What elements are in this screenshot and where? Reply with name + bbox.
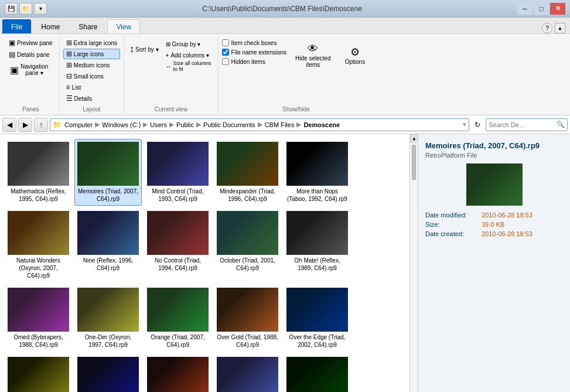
close-button[interactable]: ✕	[550, 3, 565, 15]
file-thumbnail	[147, 288, 209, 332]
file-item[interactable]: Orange (Triad, 2007, C64).rp9	[144, 285, 211, 352]
medium-icons-icon: ⊞	[66, 61, 72, 69]
file-item[interactable]: Memoires (Triad, 2007, C64).rp9	[74, 139, 142, 206]
info-size-row: Size: 39.0 KB	[425, 221, 563, 228]
options-btn[interactable]: ⚙ Options	[340, 38, 370, 73]
file-label: Orange (Triad, 2007, C64).rp9	[147, 333, 209, 349]
list-view-btn[interactable]: ≡ List	[63, 82, 120, 93]
search-box[interactable]: 🔍	[486, 118, 568, 131]
ribbon-view-content: ▣ Preview pane ▤ Details pane ▣ Navigati…	[0, 34, 570, 115]
file-label: Over Gold (Triad, 1988, C64).rp9	[217, 333, 278, 349]
file-item[interactable]: Over Gold (Triad, 1988, C64).rp9	[214, 285, 281, 352]
item-checkboxes-row[interactable]: Item check boxes	[222, 39, 287, 47]
preview-pane-btn[interactable]: ▣ Preview pane	[6, 38, 56, 48]
file-item[interactable]: Poisonous Injection (Triad, 2008, C64).r…	[74, 354, 142, 392]
small-icons-btn[interactable]: ⊟ Small icons	[63, 71, 120, 81]
info-metadata: Date modified: 2010-06-28 18:53 Size: 39…	[425, 212, 563, 237]
file-thumbnail	[217, 211, 278, 255]
file-item[interactable]: Mindexpander (Triad, 1996, C64).rp9	[214, 139, 281, 206]
details-view-btn[interactable]: ☰ Details	[63, 93, 120, 104]
sort-by-btn[interactable]: ↕ Sort by ▾	[128, 38, 160, 61]
breadcrumb-publicdocs[interactable]: Public Documents	[202, 121, 257, 129]
group-by-btn[interactable]: ⊞ Group by ▾	[163, 39, 214, 49]
tab-file[interactable]: File	[2, 19, 31, 33]
collapse-ribbon-btn[interactable]: ▲	[555, 23, 565, 33]
tab-view[interactable]: View	[107, 19, 140, 33]
info-size-val: 39.0 KB	[482, 221, 504, 228]
back-button[interactable]: ◀	[2, 118, 16, 132]
medium-icons-btn[interactable]: ⊞ Medium icons	[63, 60, 120, 70]
info-date-modified-label: Date modified:	[425, 212, 478, 219]
show-hide-buttons: Item check boxes File name extensions Hi…	[222, 36, 371, 105]
file-label: Mathematica (Reflex, 1995, C64).rp9	[8, 188, 69, 203]
show-hide-group-label: Show/hide	[222, 105, 371, 113]
address-bar: ◀ ▶ ↑ 📁 Computer ▶ Windows (C:) ▶ Users …	[0, 115, 570, 134]
file-item[interactable]: One-Der (Oxyron, 1997, C64).rp9	[74, 285, 142, 352]
info-date-modified-val: 2010-06-28 18:53	[482, 212, 533, 219]
file-item[interactable]: Over the Edge (Triad, 2002, C64).rp9	[284, 285, 351, 352]
file-label: More than Nops (Taboo, 1992, C64).rp9	[286, 188, 348, 203]
refresh-button[interactable]: ↻	[471, 118, 484, 131]
panes-group-label: Panes	[6, 105, 56, 113]
ribbon-group-current-view: ↕ Sort by ▾ ⊞ Group by ▾ + Add columns ▾	[124, 35, 219, 114]
hide-selected-btn[interactable]: 👁 Hide selected items	[290, 38, 336, 73]
extra-large-icons-btn[interactable]: ⊞ Extra large icons	[63, 38, 120, 48]
scroll-thumb[interactable]	[412, 145, 416, 180]
up-button[interactable]: ↑	[34, 118, 48, 132]
hidden-items-row[interactable]: Hidden items	[222, 57, 287, 66]
file-item[interactable]: Row4-item1	[214, 354, 281, 392]
item-checkboxes-check[interactable]	[222, 39, 229, 46]
forward-button[interactable]: ▶	[18, 118, 32, 132]
file-item[interactable]: More than Nops (Taboo, 1992, C64).rp9	[284, 139, 351, 206]
details-pane-btn[interactable]: ▤ Details pane	[6, 49, 56, 60]
file-thumbnail	[8, 288, 69, 332]
navigation-pane-btn[interactable]: ▣ Navigation pane ▾	[6, 61, 56, 79]
minimize-button[interactable]: ─	[517, 3, 533, 15]
large-icons-btn[interactable]: ⊞ Large icons	[63, 49, 120, 59]
search-icon[interactable]: 🔍	[557, 121, 565, 128]
file-grid[interactable]: Mathematica (Reflex, 1995, C64).rp9Memoi…	[0, 134, 409, 392]
file-item[interactable]: Oh Mate! (Reflex, 1989, C64).rp9	[284, 208, 351, 282]
tab-share[interactable]: Share	[70, 19, 106, 33]
file-item[interactable]: Mathematica (Reflex, 1995, C64).rp9	[5, 139, 72, 206]
file-item[interactable]: Nine (Reflex, 1996, C64).rp9	[74, 208, 142, 282]
breadcrumb-cbmfiles[interactable]: CBM Files	[263, 121, 296, 129]
path-dropdown-arrow[interactable]: ▾	[463, 121, 466, 128]
quick-folder-btn[interactable]: 📁	[19, 3, 32, 15]
search-input[interactable]	[489, 121, 557, 128]
address-path[interactable]: 📁 Computer ▶ Windows (C:) ▶ Users ▶ Publ…	[50, 118, 469, 131]
file-item[interactable]: Mind Control (Triad, 1993, C64).rp9	[144, 139, 211, 206]
file-label: One-Der (Oxyron, 1997, C64).rp9	[77, 333, 139, 349]
main-content: Mathematica (Reflex, 1995, C64).rp9Memoi…	[0, 134, 570, 392]
hidden-items-check[interactable]	[222, 58, 229, 65]
file-item[interactable]: Row4-item2	[284, 354, 351, 392]
add-columns-btn[interactable]: + Add columns ▾	[163, 50, 214, 60]
file-item[interactable]: October (Triad, 2001, C64).rp9	[214, 208, 281, 282]
breadcrumb-drive[interactable]: Windows (C:)	[100, 121, 142, 129]
scrollbar[interactable]: ▲ ▼	[409, 134, 418, 392]
extra-large-icon: ⊞	[66, 39, 72, 47]
quick-dropdown-btn[interactable]: ▾	[34, 3, 47, 15]
file-item[interactable]: Place in the Space (Taboo, 1992, C64).rp…	[5, 354, 72, 392]
quick-save-btn[interactable]: 💾	[5, 3, 18, 15]
details-view-icon: ☰	[66, 94, 73, 103]
breadcrumb-public[interactable]: Public	[175, 121, 196, 129]
breadcrumb-computer[interactable]: Computer	[63, 121, 94, 129]
file-item[interactable]: Pravda (Triad, 1990, C64).rp9	[144, 354, 211, 392]
help-btn[interactable]: ?	[542, 23, 552, 33]
breadcrumb-demoscene[interactable]: Demoscene	[302, 121, 342, 129]
file-name-ext-check[interactable]	[222, 49, 229, 56]
file-item[interactable]: Omed (Byterapers, 1988, C64).rp9	[5, 285, 72, 352]
scroll-up-arrow[interactable]: ▲	[410, 134, 418, 142]
file-name-ext-row[interactable]: File name extensions	[222, 48, 287, 56]
breadcrumb-users[interactable]: Users	[148, 121, 169, 129]
file-label: Nine (Reflex, 1996, C64).rp9	[77, 257, 139, 272]
maximize-button[interactable]: □	[534, 3, 549, 15]
file-item[interactable]: Natural Wonders (Oxyron, 2007, C64).rp9	[5, 208, 72, 282]
file-item[interactable]: No Control (Triad, 1994, C64).rp9	[144, 208, 211, 282]
size-all-columns-btn[interactable]: ↔ Size all columns to fit	[163, 61, 214, 71]
checkboxes-area: Item check boxes File name extensions Hi…	[222, 38, 287, 66]
add-columns-icon: +	[166, 52, 169, 59]
file-thumbnail	[77, 288, 139, 332]
tab-home[interactable]: Home	[32, 19, 69, 33]
